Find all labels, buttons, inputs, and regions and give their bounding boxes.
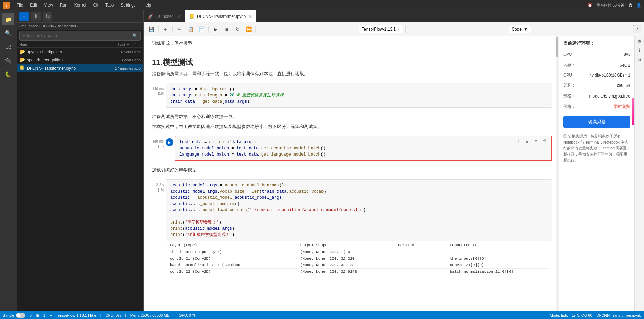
fastforward-button[interactable]: ⏩ (244, 24, 253, 34)
cut-button[interactable]: ✂ (175, 24, 184, 34)
cell-18-container: 2.2 s [18] acoustic_model_args = acousti… (144, 179, 556, 277)
cell-148-code[interactable]: + ▲ ▼ 🗑 test_data = get_data(data_args) … (175, 136, 552, 161)
toolbar-sep-1 (158, 26, 159, 33)
activity-files[interactable]: 📁 (2, 13, 14, 25)
cell-146-body: data_args = data_hparams() data_args.dat… (166, 83, 552, 108)
status-bar-num2: 1 (43, 313, 45, 317)
cell-148-body: + ▲ ▼ 🗑 test_data = get_data(data_args) … (175, 136, 552, 161)
stop-button[interactable]: ■ (222, 24, 231, 34)
menu-help[interactable]: Help (141, 2, 153, 8)
cell-add-above-btn[interactable]: + (515, 138, 522, 145)
launcher-tab-icon: 🚀 (148, 14, 153, 19)
menu-settings[interactable]: Settings (119, 2, 137, 8)
activity-bar: 📁 🔍 ⎇ 🔌 🐛 (0, 10, 17, 311)
kernel-select[interactable]: TensorFlow-1.13.1 ○ (359, 25, 403, 33)
row4-connected: batch_normalization_21[0][0] (450, 270, 548, 274)
power-icon[interactable]: ⏻ (629, 3, 632, 7)
save-button[interactable]: 💾 (146, 24, 156, 34)
notebook-scrollbar[interactable] (556, 36, 559, 311)
activity-git[interactable]: ⎇ (2, 41, 14, 53)
add-cell-button[interactable]: + (161, 24, 170, 34)
paste-button[interactable]: 📄 (197, 24, 206, 34)
status-bar-cpu: CPU: 0% (106, 313, 121, 317)
cell-148-run-btn[interactable]: ▶ (166, 138, 173, 146)
menu-edit[interactable]: Edit (29, 2, 39, 8)
row4-params (398, 270, 450, 274)
share-button[interactable]: ↗ (633, 25, 641, 33)
output-row-4: conv2d_22 (Conv2D) (None, None, 200, 32 … (170, 270, 548, 274)
menu-tabs[interactable]: Tabs (104, 2, 115, 8)
status-bar-square: ▣ (36, 313, 39, 318)
section-11-title: 11.模型测试 (152, 57, 548, 68)
status-cursor: Ln 3, Col 60 (572, 313, 592, 317)
output-row-1: the_inputs (InputLayer) (None, None, 200… (170, 250, 548, 254)
cell-move-down-btn[interactable]: ▼ (533, 138, 539, 145)
env-gpu-value: nvidia-p100(16GB) * 1 (589, 73, 630, 78)
tab-notebook-close[interactable]: ✕ (249, 14, 252, 19)
cell-146-num: [16] (148, 91, 164, 96)
status-bar-num1: 0 (30, 313, 32, 317)
menu-run[interactable]: Run (58, 2, 69, 8)
status-bar-sep: | (100, 313, 101, 317)
side-settings-icon[interactable]: ⚙ (635, 37, 644, 46)
file-filter[interactable]: 🔍 (19, 31, 141, 41)
file-item-notebook[interactable]: 📒 DFCNN-Transformer.ipynb 17 minutes ago (17, 64, 143, 72)
status-bar-gpu: GPU: 0 % (179, 313, 196, 317)
code-18-blank (170, 213, 547, 219)
cell-18-code[interactable]: acoustic_model_args = acoustic_model_hpa… (166, 179, 552, 241)
kernel-name: TensorFlow-1.13.1 (362, 27, 396, 32)
col-connected: Connected to (450, 243, 548, 247)
code-18-1: acoustic_model_args = acoustic_model_hpa… (170, 182, 547, 189)
code-148-line-3: language_model_batch = test_data.get_lan… (179, 151, 547, 158)
run-button[interactable]: ▶ (211, 24, 220, 34)
side-info-icon[interactable]: ℹ (635, 46, 644, 55)
simple-mode-toggle[interactable]: Simple (3, 313, 25, 318)
user-icon[interactable]: 👤 (636, 3, 641, 8)
output-divider-4 (170, 268, 548, 269)
scrollbar-thumb[interactable] (556, 37, 558, 57)
notebook-content[interactable]: 训练完成，保存模型 11.模型测试 准备解码所需字典，需和训练一致，也可以将字典… (144, 36, 556, 311)
status-bar-kernel: TensorFlow-1.13.1 | Idle (56, 313, 96, 317)
restart-button[interactable]: ↻ (233, 24, 242, 34)
new-file-button[interactable]: + (19, 12, 29, 21)
status-bar: Simple 0 ▣ 1 ● TensorFlow-1.13.1 | Idle … (0, 311, 644, 319)
upload-button[interactable]: ⬆ (31, 12, 41, 21)
code-148-line-1: test_data = get_data(data_args) (179, 139, 547, 145)
code-18-3: acoustic = acoustic_model(acoustic_model… (170, 195, 547, 201)
timer-icon: ⏰ (588, 3, 592, 8)
row1-shape: (None, None, 200, 1) 0 (300, 250, 398, 254)
activity-search[interactable]: 🔍 (2, 27, 14, 39)
activity-debug[interactable]: 🐛 (2, 68, 14, 80)
main-layout: 📁 🔍 ⎇ 🔌 🐛 + ⬆ ↻ / ma_share / DFCNN-Trans… (0, 10, 644, 311)
cell-146-code[interactable]: data_args = data_hparams() data_args.dat… (166, 83, 552, 108)
refresh-button[interactable]: ↻ (43, 12, 52, 21)
menu-git[interactable]: Git (92, 2, 100, 8)
code-line-2: data_args.data_length = 20 # 重新训练需要注释该行 (170, 92, 547, 99)
tab-launcher[interactable]: 🚀 Launcher ✕ (144, 10, 185, 22)
section-11-intro: 准备解码所需字典，需和训练一致，也可以将字典保存到本地，直接进行读取。 (152, 70, 548, 78)
code-18-8: print('\n加载声学模型完成！') (170, 232, 547, 238)
activity-extensions[interactable]: 🔌 (2, 54, 14, 67)
app-logo: J (3, 2, 10, 9)
file-list-header: Name Last Modified (17, 42, 143, 48)
copy-button[interactable]: 📋 (186, 24, 195, 34)
file-filter-input[interactable] (22, 33, 131, 38)
cell-move-up-btn[interactable]: ▲ (524, 138, 531, 145)
toggle-track[interactable] (16, 313, 25, 318)
tab-launcher-close[interactable]: ✕ (177, 14, 181, 19)
env-mem-label: 内存： (563, 62, 576, 68)
side-help-icon[interactable]: S (635, 55, 644, 64)
col-name: Name (19, 43, 99, 47)
tab-notebook-label: DFCNN-Transformer.ipynb (197, 14, 246, 19)
file-item-speech[interactable]: 📂 speech_recognition 3 years ago (17, 56, 143, 64)
menu-view[interactable]: View (43, 2, 54, 8)
tab-notebook[interactable]: 📒 DFCNN-Transformer.ipynb ✕ (185, 10, 256, 22)
cell-type-select[interactable]: Code ▼ (509, 25, 531, 33)
menu-file[interactable]: File (15, 2, 24, 8)
menu-kernel[interactable]: Kernel (73, 2, 88, 8)
prep-text-section: 准备测试所需数据，不必和训练数据一致。 在本实践中，由于教学原因演示数据集及模型… (144, 108, 556, 136)
switch-spec-button[interactable]: 切换规格 (563, 116, 630, 128)
file-item-checkpoints[interactable]: 📂 .ipynb_checkpoints 4 hours ago (17, 48, 143, 56)
code-18-2: acoustic_model_args.vocab_size = len(tra… (170, 189, 547, 195)
cell-delete-btn[interactable]: 🗑 (542, 138, 548, 145)
